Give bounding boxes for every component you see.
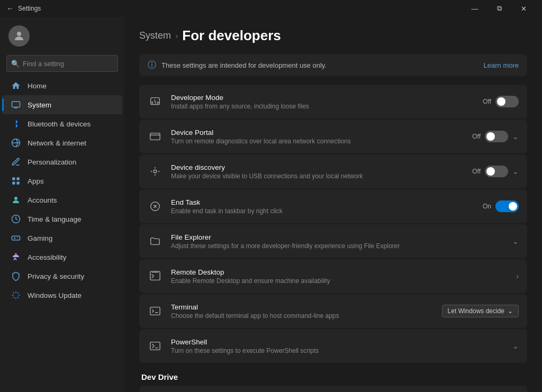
setting-control-device-discovery: Off ⌄ bbox=[472, 166, 519, 177]
breadcrumb-arrow: › bbox=[175, 31, 178, 41]
update-icon bbox=[11, 290, 21, 300]
toggle-device-discovery[interactable] bbox=[485, 166, 508, 177]
setting-item-terminal[interactable]: Terminal Choose the default terminal app… bbox=[139, 294, 527, 328]
setting-item-developer-mode[interactable]: Developer Mode Install apps from any sou… bbox=[139, 85, 527, 118]
search-box[interactable]: 🔍 bbox=[6, 55, 118, 72]
privacy-icon bbox=[11, 271, 21, 281]
dev-drive-item-create-dev-drive[interactable]: + Create a Dev Drive Optimized performan… bbox=[139, 386, 527, 392]
svg-rect-4 bbox=[17, 177, 20, 180]
sidebar-item-time[interactable]: Time & language bbox=[2, 209, 122, 229]
time-icon bbox=[11, 214, 21, 224]
info-bar: ⓘ These settings are intended for develo… bbox=[139, 54, 527, 76]
app-title: Settings bbox=[18, 5, 41, 12]
avatar bbox=[8, 25, 30, 47]
setting-control-terminal: Let Windows decide ⌄ bbox=[442, 305, 519, 317]
sidebar-item-system[interactable]: System bbox=[2, 95, 122, 114]
setting-item-end-task[interactable]: End Task Enable end task in taskbar by r… bbox=[139, 189, 527, 223]
toggle-developer-mode[interactable] bbox=[495, 96, 519, 107]
setting-text-device-portal: Device Portal Turn on remote diagnostics… bbox=[171, 129, 464, 145]
toggle-label-end-task: On bbox=[483, 203, 491, 210]
accounts-icon bbox=[11, 195, 21, 205]
dropdown-terminal[interactable]: Let Windows decide ⌄ bbox=[442, 305, 519, 317]
sidebar-item-label: Apps bbox=[28, 177, 44, 185]
setting-title-terminal: Terminal bbox=[171, 303, 433, 311]
svg-rect-9 bbox=[12, 236, 20, 240]
setting-icon-developer-mode bbox=[148, 94, 162, 109]
chevron-right-icon-remote-desktop: › bbox=[516, 272, 519, 280]
setting-text-remote-desktop: Remote Desktop Enable Remote Desktop and… bbox=[171, 268, 508, 285]
sidebar-item-privacy[interactable]: Privacy & security bbox=[2, 267, 122, 286]
svg-rect-19 bbox=[150, 342, 160, 350]
sidebar-item-label: Gaming bbox=[28, 234, 52, 242]
setting-control-developer-mode: Off bbox=[483, 96, 519, 107]
back-icon[interactable]: ← bbox=[6, 4, 14, 13]
title-bar-controls: — ⧉ ✕ bbox=[463, 0, 536, 17]
sidebar-item-gaming[interactable]: Gaming bbox=[2, 229, 122, 248]
sidebar-item-accounts[interactable]: Accounts bbox=[2, 190, 122, 209]
sidebar-item-label: Home bbox=[28, 82, 47, 90]
maximize-button[interactable]: ⧉ bbox=[487, 0, 511, 17]
setting-icon-end-task bbox=[148, 199, 162, 214]
svg-point-10 bbox=[15, 253, 17, 255]
setting-control-device-portal: Off ⌄ bbox=[472, 131, 519, 142]
network-icon bbox=[11, 138, 21, 148]
setting-text-device-discovery: Device discovery Make your device visibl… bbox=[171, 163, 464, 180]
bluetooth-icon bbox=[11, 118, 21, 129]
setting-item-remote-desktop[interactable]: Remote Desktop Enable Remote Desktop and… bbox=[139, 259, 527, 293]
setting-title-file-explorer: File Explorer bbox=[171, 233, 504, 241]
breadcrumb: System › For developers bbox=[139, 28, 527, 44]
dev-drive-list: + Create a Dev Drive Optimized performan… bbox=[139, 386, 527, 392]
setting-item-file-explorer[interactable]: File Explorer Adjust these settings for … bbox=[139, 224, 527, 258]
sidebar-item-label: Accounts bbox=[28, 196, 57, 204]
setting-title-developer-mode: Developer Mode bbox=[171, 94, 474, 102]
sidebar-item-accessibility[interactable]: Accessibility bbox=[2, 248, 122, 267]
toggle-end-task[interactable] bbox=[495, 200, 519, 212]
close-button[interactable]: ✕ bbox=[511, 0, 536, 17]
setting-icon-device-discovery bbox=[148, 164, 162, 179]
setting-item-powershell[interactable]: PowerShell Turn on these settings to exe… bbox=[139, 329, 527, 363]
sidebar-item-label: Windows Update bbox=[28, 291, 82, 299]
search-icon: 🔍 bbox=[11, 60, 20, 68]
sidebar: 🔍 Home System Bluetooth & devices Networ… bbox=[0, 17, 124, 392]
setting-control-powershell: ⌄ bbox=[512, 342, 519, 350]
svg-rect-6 bbox=[17, 182, 20, 185]
setting-desc-device-portal: Turn on remote diagnostics over local ar… bbox=[171, 138, 464, 145]
setting-desc-remote-desktop: Enable Remote Desktop and ensure machine… bbox=[171, 277, 508, 285]
sidebar-item-bluetooth[interactable]: Bluetooth & devices bbox=[2, 114, 122, 133]
setting-control-remote-desktop: › bbox=[516, 272, 519, 280]
setting-control-end-task: On bbox=[483, 200, 519, 212]
setting-icon-remote-desktop bbox=[148, 269, 162, 284]
setting-title-device-portal: Device Portal bbox=[171, 129, 464, 136]
setting-icon-device-portal bbox=[148, 129, 162, 144]
minimize-button[interactable]: — bbox=[463, 0, 487, 17]
profile-section[interactable] bbox=[0, 19, 124, 55]
sidebar-item-home[interactable]: Home bbox=[2, 76, 122, 95]
setting-desc-device-discovery: Make your device visible to USB connecti… bbox=[171, 172, 464, 180]
dev-drive-section-header: Dev Drive bbox=[139, 372, 527, 381]
setting-text-powershell: PowerShell Turn on these settings to exe… bbox=[171, 338, 504, 354]
chevron-icon-device-discovery: ⌄ bbox=[512, 167, 519, 176]
toggle-device-portal[interactable] bbox=[485, 131, 508, 142]
personalization-icon bbox=[11, 157, 21, 167]
setting-text-end-task: End Task Enable end task in taskbar by r… bbox=[171, 198, 474, 215]
sidebar-item-apps[interactable]: Apps bbox=[2, 171, 122, 190]
svg-point-0 bbox=[17, 32, 21, 36]
learn-more-link[interactable]: Learn more bbox=[484, 61, 519, 69]
svg-point-7 bbox=[14, 197, 17, 200]
setting-desc-terminal: Choose the default terminal app to host … bbox=[171, 312, 433, 320]
setting-icon-powershell bbox=[148, 339, 162, 353]
setting-item-device-discovery[interactable]: Device discovery Make your device visibl… bbox=[139, 154, 527, 188]
sidebar-item-network[interactable]: Network & internet bbox=[2, 133, 122, 152]
setting-title-powershell: PowerShell bbox=[171, 338, 504, 346]
sidebar-item-personalization[interactable]: Personalization bbox=[2, 152, 122, 171]
sidebar-item-update[interactable]: Windows Update bbox=[2, 286, 122, 305]
breadcrumb-parent[interactable]: System bbox=[139, 30, 171, 41]
setting-icon-terminal bbox=[148, 304, 162, 318]
title-bar-left: ← Settings bbox=[6, 4, 41, 13]
settings-list: Developer Mode Install apps from any sou… bbox=[139, 85, 527, 363]
setting-title-end-task: End Task bbox=[171, 198, 474, 206]
setting-desc-end-task: Enable end task in taskbar by right clic… bbox=[171, 207, 474, 215]
setting-item-device-portal[interactable]: Device Portal Turn on remote diagnostics… bbox=[139, 120, 527, 153]
setting-text-file-explorer: File Explorer Adjust these settings for … bbox=[171, 233, 504, 250]
search-input[interactable] bbox=[23, 60, 113, 68]
